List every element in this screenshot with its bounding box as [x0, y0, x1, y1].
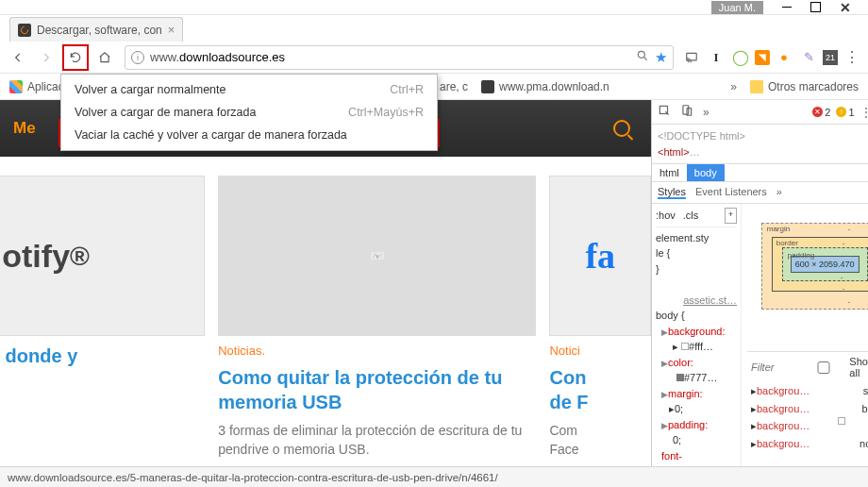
site-search-icon[interactable] [613, 120, 630, 137]
article-card[interactable]: fa Notici Con de F Com Face [549, 176, 651, 459]
folder-icon [750, 80, 763, 93]
card-category: Noticias. [218, 344, 536, 358]
computed-pane: margin - border - padding- 600 × 2059.47… [742, 204, 868, 466]
svg-rect-1 [687, 53, 697, 60]
window-close[interactable]: ✕ [839, 1, 851, 13]
menu-empty-cache-reload[interactable]: Vaciar la caché y volver a cargar de man… [61, 124, 437, 146]
svg-point-0 [638, 51, 644, 58]
status-bar: www.downloadsource.es/5-maneras-de-quita… [0, 466, 868, 487]
card-image [218, 176, 536, 336]
crumb-body[interactable]: body [687, 164, 725, 181]
ext-rss-icon[interactable]: ◥ [755, 50, 770, 65]
apps-icon [9, 80, 23, 93]
user-badge: Juan M. [711, 1, 763, 14]
other-bookmarks[interactable]: Otros marcadores [750, 80, 859, 93]
card-desc: 3 formas de eliminar la protección de es… [218, 422, 536, 459]
forward-button [34, 45, 58, 70]
warning-count[interactable]: !1 [836, 107, 854, 118]
card-desc: ciones de [0, 376, 205, 395]
home-button[interactable] [92, 45, 117, 70]
tab-title: Descargar, software, con [37, 24, 162, 37]
window-maximize[interactable] [810, 1, 822, 13]
bookmark-favicon [481, 80, 494, 93]
hov-toggle[interactable]: :hov [656, 208, 676, 224]
show-all-label: Show all [849, 356, 868, 378]
address-bar[interactable]: i www.downloadsource.es ★ [125, 45, 674, 70]
cls-toggle[interactable]: .cls [683, 208, 699, 224]
tab-strip: Descargar, software, con × [0, 15, 868, 42]
url-text: www.downloadsource.es [150, 50, 630, 64]
svg-point-4 [374, 254, 375, 255]
reload-context-menu: Volver a cargar normalmenteCtrl+R Volver… [60, 74, 438, 151]
ext-calendar-icon[interactable]: 21 [823, 50, 838, 65]
devtools-subtabs: Styles Event Listeners » [652, 182, 868, 204]
ext-instapaper-icon[interactable]: I [706, 47, 726, 68]
card-title: Como quitar la protección de tu memoria … [218, 365, 536, 414]
site-menu-label[interactable]: Me [13, 119, 36, 138]
computed-filter: Show all [747, 351, 868, 382]
crumb-html[interactable]: html [652, 164, 687, 181]
article-card[interactable]: Noticias. Como quitar la protección de t… [218, 176, 536, 459]
computed-list[interactable]: ▸backgrou…scro ▸backgrou…bord ▸backgrou…… [747, 382, 868, 453]
menu-reload-hard[interactable]: Volver a cargar de manera forzadaCtrl+Ma… [61, 101, 437, 124]
card-title: Con de F [549, 365, 651, 414]
card-image: otify® [0, 176, 205, 336]
tab-styles[interactable]: Styles [658, 186, 686, 199]
device-mode-icon[interactable] [680, 104, 693, 120]
card-image: fa [549, 176, 651, 336]
browser-toolbar: i www.downloadsource.es ★ I ◯ ◥ ● ✎ 21 ⋮ [0, 42, 868, 74]
ext-feather-icon[interactable]: ✎ [798, 47, 819, 68]
svg-rect-3 [376, 256, 378, 259]
back-button[interactable] [6, 45, 30, 70]
ext-orange-icon[interactable]: ● [774, 47, 794, 68]
svg-rect-6 [683, 106, 689, 114]
new-style-rule-icon[interactable]: + [725, 208, 737, 224]
menu-icon[interactable]: ⋮ [842, 47, 862, 68]
page-content: Me otify® ciones de as donde y ciones de… [0, 100, 651, 466]
devtools-menu-icon[interactable]: ⋮ [860, 106, 868, 119]
tab-event-listeners[interactable]: Event Listeners [695, 186, 767, 199]
card-title: ciones de as donde y [0, 344, 205, 368]
reload-button[interactable] [62, 44, 89, 71]
show-all-checkbox[interactable] [804, 361, 843, 374]
dom-tree[interactable]: <!DOCTYPE html> <html>… [652, 125, 868, 163]
bookmarks-overflow-icon[interactable]: » [730, 80, 737, 93]
article-card[interactable]: otify® ciones de as donde y ciones de [0, 176, 205, 459]
bookmark-pma[interactable]: www.pma.download.n [481, 80, 609, 93]
subtabs-more-icon[interactable]: » [776, 186, 782, 199]
search-in-address-icon[interactable] [636, 49, 649, 65]
devtools-panel: » ✕2 !1 ⋮ ✕ <!DOCTYPE html> <html>… html… [651, 100, 868, 466]
window-minimize[interactable] [780, 1, 793, 13]
ext-green-icon[interactable]: ◯ [730, 47, 751, 68]
window-titlebar: Juan M. ✕ [0, 0, 868, 15]
card-category: Notici [549, 344, 651, 358]
tab-close-icon[interactable]: × [168, 23, 175, 37]
devtools-more-tabs-icon[interactable]: » [703, 106, 709, 119]
status-url: www.downloadsource.es/5-maneras-de-quita… [8, 472, 498, 483]
styles-pane[interactable]: :hov .cls + element.sty le { } assetic.s… [652, 204, 742, 466]
site-info-icon[interactable]: i [131, 51, 144, 64]
bookmark-trunc[interactable]: are, c [440, 80, 468, 93]
box-model[interactable]: margin - border - padding- 600 × 2059.47… [761, 223, 868, 310]
error-count[interactable]: ✕2 [812, 107, 830, 118]
browser-tab[interactable]: Descargar, software, con × [9, 17, 183, 42]
cast-icon[interactable] [681, 47, 702, 68]
tab-favicon [18, 24, 31, 37]
filter-input[interactable] [751, 361, 798, 373]
menu-reload-normal[interactable]: Volver a cargar normalmenteCtrl+R [61, 78, 437, 101]
bookmark-star-icon[interactable]: ★ [655, 49, 667, 66]
dom-breadcrumb[interactable]: html body [652, 163, 868, 182]
inspect-icon[interactable] [658, 104, 671, 120]
devtools-toolbar: » ✕2 !1 ⋮ ✕ [652, 100, 868, 125]
card-desc: Com Face [549, 422, 651, 459]
